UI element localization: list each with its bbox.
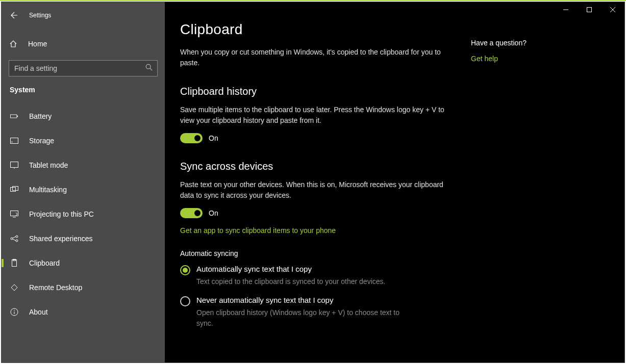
sync-toggle[interactable]	[180, 208, 203, 218]
sidebar-item-label: Battery	[29, 112, 52, 120]
radio-never-auto-sync[interactable]	[180, 296, 190, 306]
svg-point-9	[12, 142, 13, 143]
sidebar-item-shared-experiences[interactable]: Shared experiences	[2, 228, 165, 249]
toggle-state-label: On	[209, 134, 218, 142]
svg-rect-1	[587, 8, 592, 12]
svg-point-4	[146, 64, 151, 69]
about-icon	[10, 307, 19, 317]
svg-rect-12	[11, 188, 16, 192]
sidebar-item-battery[interactable]: Battery	[2, 106, 165, 126]
sidebar-item-about[interactable]: About	[2, 302, 165, 322]
window-title: Settings	[29, 12, 51, 19]
section-desc: Paste text on your other devices. When t…	[180, 179, 459, 201]
svg-rect-14	[11, 211, 18, 216]
sidebar-item-clipboard[interactable]: Clipboard	[2, 253, 165, 273]
storage-icon	[10, 136, 19, 145]
sidebar-home[interactable]: Home	[2, 34, 165, 54]
aside-heading: Have a question?	[471, 39, 527, 47]
auto-sync-heading: Automatic syncing	[180, 249, 459, 257]
page-intro: When you copy or cut something in Window…	[180, 47, 459, 68]
sidebar-item-projecting[interactable]: Projecting to this PC	[2, 204, 165, 224]
search-input[interactable]	[9, 60, 158, 76]
sidebar-item-label: Tablet mode	[29, 161, 68, 169]
radio-auto-sync[interactable]	[180, 265, 190, 275]
svg-rect-7	[17, 116, 18, 117]
svg-point-11	[14, 168, 15, 169]
svg-point-22	[14, 310, 15, 311]
search-icon	[145, 64, 153, 73]
sidebar-item-label: About	[29, 308, 48, 316]
page-title: Clipboard	[180, 21, 459, 38]
sidebar-item-label: Multitasking	[29, 186, 67, 194]
svg-point-16	[16, 236, 18, 238]
radio-hint: Open clipboard history (Windows logo key…	[196, 307, 411, 328]
radio-label: Never automatically sync text that I cop…	[196, 296, 411, 304]
sidebar: Settings Home System Battery Storage Tab…	[2, 2, 165, 362]
section-sync: Sync across devices Paste text on your o…	[180, 161, 459, 328]
svg-line-5	[150, 68, 152, 70]
radio-hint: Text copied to the clipboard is synced t…	[196, 276, 385, 287]
sidebar-item-label: Remote Desktop	[29, 283, 82, 292]
tablet-icon	[10, 161, 19, 170]
get-help-link[interactable]: Get help	[471, 55, 498, 63]
sidebar-item-multitasking[interactable]: Multitasking	[2, 179, 165, 200]
content: Clipboard When you copy or cut something…	[165, 2, 624, 362]
section-clipboard-history: Clipboard history Save multiple items to…	[180, 86, 459, 143]
battery-icon	[10, 112, 19, 121]
section-heading: Sync across devices	[180, 161, 459, 172]
sync-phone-link[interactable]: Get an app to sync clipboard items to yo…	[180, 226, 336, 235]
maximize-button[interactable]	[578, 2, 601, 17]
minimize-button[interactable]	[554, 2, 578, 17]
shared-icon	[10, 234, 19, 243]
sidebar-item-label: Storage	[29, 137, 54, 145]
clipboard-icon	[10, 258, 19, 268]
help-aside: Have a question? Get help	[471, 21, 527, 362]
projecting-icon	[10, 210, 19, 219]
sidebar-category: System	[2, 86, 165, 98]
back-button[interactable]	[9, 11, 18, 19]
sidebar-item-remote-desktop[interactable]: Remote Desktop	[2, 277, 165, 298]
svg-rect-10	[11, 162, 18, 168]
radio-label: Automatically sync text that I copy	[196, 265, 385, 273]
sidebar-item-label: Clipboard	[29, 259, 60, 267]
clipboard-history-toggle[interactable]	[180, 133, 203, 143]
sidebar-item-tablet-mode[interactable]: Tablet mode	[2, 155, 165, 175]
section-desc: Save multiple items to the clipboard to …	[180, 105, 459, 126]
remote-desktop-icon	[10, 283, 19, 292]
svg-point-15	[11, 238, 13, 240]
sidebar-item-label: Shared experiences	[29, 235, 93, 243]
sidebar-item-label: Projecting to this PC	[29, 210, 94, 218]
toggle-state-label: On	[209, 209, 218, 217]
multitasking-icon	[10, 185, 19, 194]
section-heading: Clipboard history	[180, 86, 459, 97]
sidebar-home-label: Home	[28, 40, 47, 48]
close-button[interactable]	[601, 2, 624, 17]
svg-point-17	[16, 240, 18, 242]
sidebar-item-storage[interactable]: Storage	[2, 131, 165, 151]
home-icon	[9, 39, 18, 48]
svg-rect-8	[11, 138, 18, 144]
svg-rect-6	[10, 115, 16, 118]
